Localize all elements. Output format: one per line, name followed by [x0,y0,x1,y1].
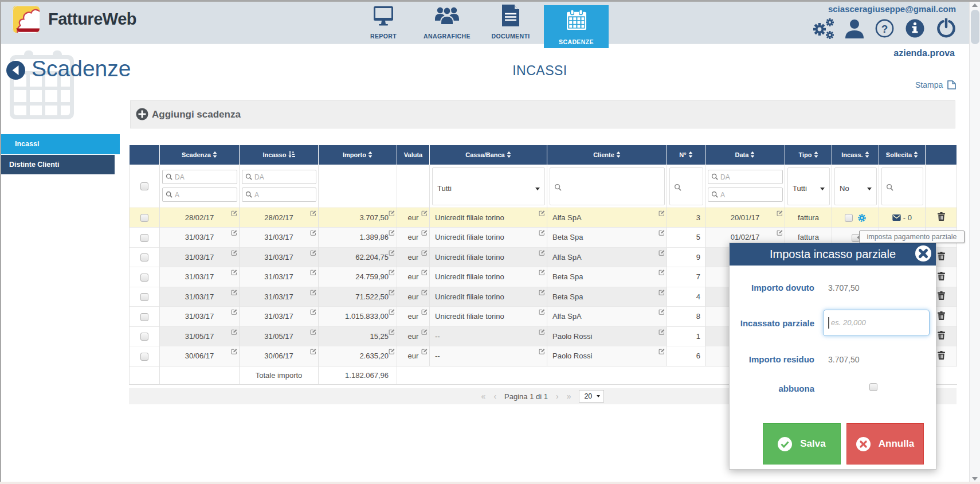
svg-text:?: ? [881,23,888,35]
